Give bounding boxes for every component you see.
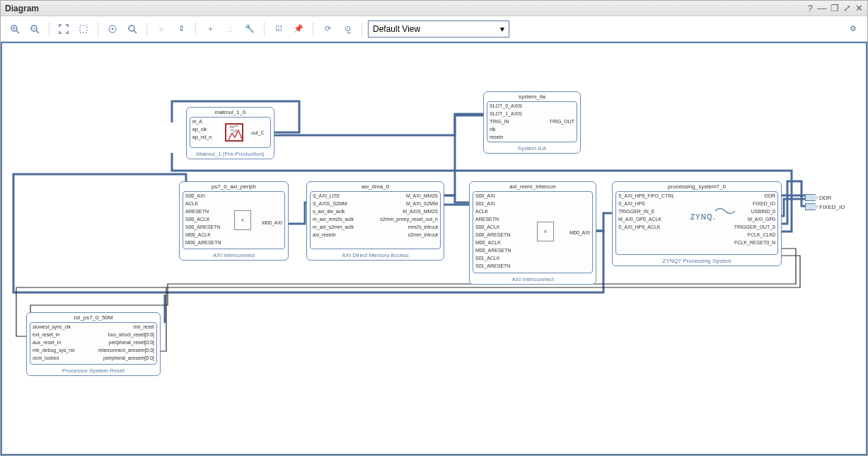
port[interactable]: TRIG_OUT (548, 118, 577, 125)
zoom-area-icon[interactable] (75, 21, 92, 38)
view-select[interactable]: Default View ▾ (368, 21, 509, 38)
search-icon[interactable] (124, 21, 141, 38)
port[interactable]: mb_reset (96, 323, 156, 331)
zoom-fit-icon[interactable] (55, 21, 72, 38)
port[interactable]: clk (487, 125, 524, 133)
port[interactable]: FCLK_CLK0 (732, 231, 777, 239)
auto-fit-icon[interactable] (104, 21, 121, 38)
port[interactable]: M00_ARESETN (183, 239, 224, 246)
block-proc-sys-reset[interactable]: rst_ps7_0_50M slowest_sync_clk ext_reset… (26, 312, 161, 376)
close-icon[interactable]: ✕ (855, 3, 863, 13)
port[interactable]: ARESETN (183, 207, 224, 215)
port[interactable]: S_AXIS_S2MM (311, 200, 356, 207)
svg-line-5 (36, 30, 39, 33)
port[interactable]: S01_ACLK (473, 254, 514, 262)
port[interactable]: S_AXI_HP0_FIFO_CTRL (616, 192, 676, 200)
port[interactable]: S_AXI_HP0 (616, 200, 676, 207)
port[interactable]: S01_AXI (473, 200, 514, 207)
port[interactable]: bus_struct_reset[0:0] (96, 331, 156, 338)
port-shape-icon (805, 203, 818, 210)
port[interactable]: S_AXI_LITE (311, 192, 356, 200)
port-ap-rst-n[interactable]: ap_rst_n (190, 133, 219, 141)
port[interactable]: S00_ARESETN (473, 231, 514, 239)
port[interactable]: SLOT_0_AXIS (487, 102, 524, 110)
block-title: system_ila (484, 92, 580, 101)
restore-icon[interactable]: ❐ (831, 3, 839, 13)
port[interactable]: DDR (732, 192, 777, 200)
port-out-c[interactable]: out_C (249, 129, 267, 137)
zoom-out-icon[interactable] (26, 21, 43, 38)
block-axi-periph[interactable]: ps7_0_axi_periph S00_AXI ACLK ARESETN S0… (179, 181, 289, 261)
port[interactable]: peripheral_aresetn[0:0] (96, 354, 156, 362)
port[interactable]: TRIGGER_OUT_0 (732, 223, 777, 231)
connect-icon[interactable]: ⟂ (221, 21, 238, 38)
optimize-icon[interactable]: ⊙̲ (339, 21, 356, 38)
port[interactable]: axi_resetn (311, 231, 356, 239)
maximize-icon[interactable]: ⤢ (843, 3, 851, 13)
port[interactable]: M_AXI_GP0_ACLK (616, 215, 676, 223)
zoom-in-icon[interactable] (6, 21, 23, 38)
block-design-canvas[interactable]: matmul_1_0 in_A ap_clk ap_rst_n Viv*** *… (1, 42, 867, 455)
port[interactable]: M00_AXI (567, 229, 592, 236)
port[interactable]: m_axi_s2mm_aclk (311, 223, 356, 231)
port[interactable]: ACLK (473, 207, 514, 215)
port[interactable]: USBIND_0 (732, 207, 777, 215)
port[interactable]: M00_ARESETN (473, 246, 514, 254)
block-matmul[interactable]: matmul_1_0 in_A ap_clk ap_rst_n Viv*** *… (186, 107, 274, 159)
port[interactable]: M_AXI_GP0 (732, 215, 777, 223)
port-in-a[interactable]: in_A (190, 118, 219, 125)
block-system-ila[interactable]: system_ila SLOT_0_AXIS SLOT_1_AXIS TRIG_… (483, 91, 581, 154)
port[interactable]: M00_ACLK (183, 231, 224, 239)
port[interactable]: S_AXI_HP0_ACLK (616, 223, 676, 231)
port[interactable]: ARESETN (473, 215, 514, 223)
port[interactable]: TRIGGER_IN_0 (616, 207, 676, 215)
block-title: axi_dma_0 (307, 182, 444, 191)
port[interactable]: s_axi_lite_aclk (311, 207, 356, 215)
port[interactable]: TRIG_IN (487, 118, 524, 125)
add-icon[interactable]: ＋ (202, 21, 219, 38)
port[interactable]: s2mm_introut (378, 231, 440, 239)
port[interactable]: slowest_sync_clk (30, 323, 76, 331)
port[interactable]: M00_ACLK (473, 239, 514, 246)
port[interactable]: mm2s_introut (378, 223, 440, 231)
port[interactable]: SLOT_1_AXIS (487, 110, 524, 118)
port[interactable]: S00_ARESETN (183, 223, 224, 231)
block-axi-dma[interactable]: axi_dma_0 S_AXI_LITE S_AXIS_S2MM s_axi_l… (306, 181, 444, 261)
help-icon[interactable]: ? (808, 3, 813, 13)
block-axi-mem-intercon[interactable]: axi_mem_intercon S00_AXI S01_AXI ACLK AR… (469, 181, 596, 285)
port[interactable]: S00_AXI (183, 192, 224, 200)
settings-icon[interactable]: ⚙ (845, 21, 862, 38)
port[interactable]: S01_ARESETN (473, 262, 514, 270)
port[interactable]: aux_reset_in (30, 338, 76, 346)
port[interactable]: mb_debug_sys_rst (30, 346, 76, 354)
port[interactable]: M_AXI_S2MM (378, 200, 440, 207)
wrench-icon[interactable]: 🔧 (241, 21, 258, 38)
block-subtitle: ZYNQ7 Processing System (613, 256, 781, 266)
port[interactable]: FIXED_IO (732, 200, 777, 207)
pin-icon[interactable]: 📌 (290, 21, 307, 38)
collapse-icon[interactable]: ≡ (153, 21, 170, 38)
external-port-ddr[interactable]: DDR (805, 194, 831, 201)
block-processing-system[interactable]: processing_system7_0 S_AXI_HP0_FIFO_CTRL… (612, 181, 782, 266)
port[interactable]: interconnect_aresetn[0:0] (96, 346, 156, 354)
port[interactable]: ext_reset_in (30, 331, 76, 338)
port[interactable]: s2mm_prmry_reset_out_n (378, 215, 440, 223)
port[interactable]: S00_AXI (473, 192, 514, 200)
port[interactable]: dcm_locked (30, 354, 76, 362)
port[interactable]: M00_AXI (260, 219, 284, 227)
validate-icon[interactable]: ☑ (270, 21, 287, 38)
external-port-fixed-io[interactable]: FIXED_IO (805, 203, 845, 210)
port[interactable]: ACLK (183, 200, 224, 207)
port[interactable]: S00_ACLK (473, 223, 514, 231)
regenerate-icon[interactable]: ⟳ (319, 21, 336, 38)
port[interactable]: M_AXI_MM2S (378, 192, 440, 200)
expand-icon[interactable]: ⇕ (173, 21, 190, 38)
port[interactable]: peripheral_reset[0:0] (96, 338, 156, 346)
minimize-icon[interactable]: — (817, 3, 826, 13)
port[interactable]: m_axi_mm2s_aclk (311, 215, 356, 223)
port[interactable]: S00_ACLK (183, 215, 224, 223)
port[interactable]: FCLK_RESET0_N (732, 239, 777, 246)
port[interactable]: resetn (487, 133, 524, 141)
port-ap-clk[interactable]: ap_clk (190, 125, 219, 133)
port[interactable]: M_AXIS_MM2S (378, 207, 440, 215)
